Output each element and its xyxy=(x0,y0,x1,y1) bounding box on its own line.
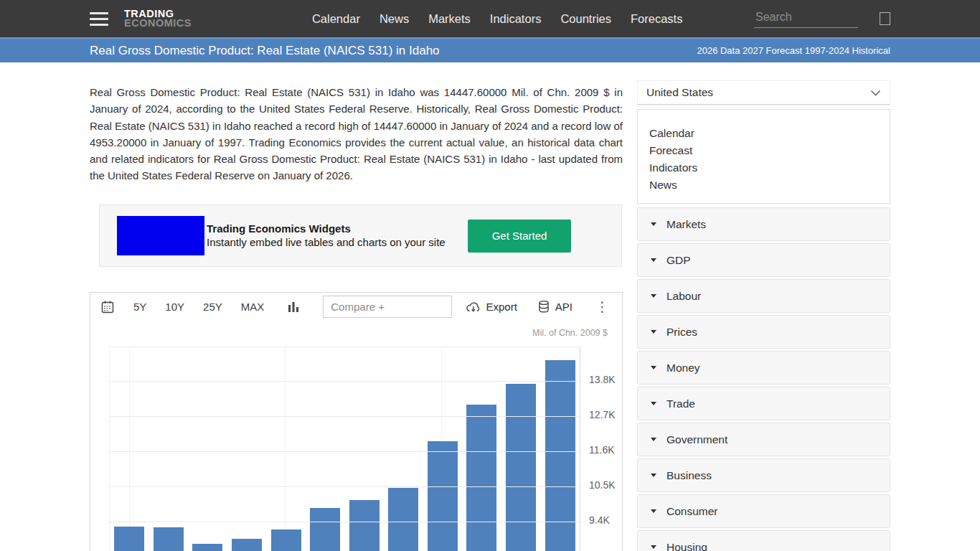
export-cloud-icon xyxy=(466,301,481,314)
accordion-section[interactable]: Consumer xyxy=(637,494,890,528)
bar-chart-type-icon[interactable] xyxy=(287,301,300,314)
accordion-section-label: Consumer xyxy=(666,505,718,518)
chart-bar[interactable] xyxy=(545,360,575,551)
accordion-section-label: Business xyxy=(666,469,712,482)
caret-down-icon xyxy=(651,545,656,549)
widgets-promo-card: Trading Economics Widgets Instantly embe… xyxy=(99,204,622,267)
nav-links: CalendarNewsMarketsIndicatorsCountriesFo… xyxy=(312,12,683,26)
range-button[interactable]: 25Y xyxy=(203,301,222,313)
range-button[interactable]: 10Y xyxy=(165,301,184,313)
get-started-button[interactable]: Get Started xyxy=(468,220,571,253)
search-icon[interactable] xyxy=(880,12,890,25)
export-label: Export xyxy=(486,301,517,313)
main-column: Real Gross Domestic Product: Real Estate… xyxy=(90,62,623,551)
kebab-menu-icon[interactable]: ⋮ xyxy=(593,298,612,315)
accordion-section-label: Trade xyxy=(666,397,695,410)
accordion-section-label: Labour xyxy=(666,290,701,303)
plot-area xyxy=(109,347,580,551)
range-button[interactable]: MAX xyxy=(241,301,265,313)
promo-subtitle: Instantly embed live tables and charts o… xyxy=(207,235,446,249)
chart-bar[interactable] xyxy=(349,500,380,551)
accordion-section-label: Markets xyxy=(666,218,706,231)
chart-bar[interactable] xyxy=(154,527,184,551)
y-axis-tick-label: 13.8K xyxy=(589,374,616,385)
caret-down-icon xyxy=(651,222,656,226)
caret-down-icon xyxy=(651,294,656,298)
accordion-section[interactable]: Government xyxy=(637,423,890,456)
toolbar-right: Export API ⋮ xyxy=(466,298,612,315)
chart-bar[interactable] xyxy=(388,488,418,551)
accordion-section[interactable]: Markets xyxy=(637,207,890,241)
y-axis-tick-label: 9.4K xyxy=(589,514,610,526)
horizontal-gridline xyxy=(110,416,580,417)
api-button[interactable]: API xyxy=(537,300,573,314)
hamburger-menu-icon[interactable] xyxy=(90,12,108,26)
horizontal-gridline xyxy=(110,486,580,487)
sidebar-link[interactable]: Indicators xyxy=(649,159,878,176)
nav-link[interactable]: Countries xyxy=(560,12,611,26)
accordion-section-label: Prices xyxy=(666,326,697,339)
chart-bar[interactable] xyxy=(506,384,536,551)
chart-bar[interactable] xyxy=(192,544,222,551)
accordion-section-label: Housing xyxy=(666,541,707,551)
accordion-section[interactable]: Business xyxy=(637,458,890,492)
promo-title: Trading Economics Widgets xyxy=(207,222,446,235)
chart-bar[interactable] xyxy=(114,527,144,551)
nav-link[interactable]: Forecasts xyxy=(631,12,682,26)
caret-down-icon xyxy=(651,474,656,477)
sidebar-accordion: Markets GDP Labour Prices Money Trade xyxy=(637,207,890,551)
nav-link[interactable]: Markets xyxy=(428,12,471,26)
nav-link[interactable]: Calendar xyxy=(312,12,360,26)
sidebar-link[interactable]: Calendar xyxy=(649,125,878,142)
caret-down-icon xyxy=(651,438,656,441)
range-button[interactable]: 5Y xyxy=(133,301,146,313)
calendar-icon[interactable] xyxy=(100,300,115,314)
logo-line2: ECONOMICS xyxy=(124,19,192,28)
chart-plot-wrap: 13.8K12.7K11.6K10.5K9.4K xyxy=(109,347,622,551)
country-selector[interactable]: United States xyxy=(637,80,890,105)
accordion-section-label: Government xyxy=(666,433,727,446)
y-axis-tick-label: 10.5K xyxy=(589,479,616,491)
sidebar-link[interactable]: Forecast xyxy=(649,142,878,159)
compare-input[interactable] xyxy=(323,296,452,318)
caret-down-icon xyxy=(651,402,656,405)
sidebar: United States CalendarForecastIndicators… xyxy=(637,62,890,551)
country-selector-value: United States xyxy=(646,86,713,99)
summary-paragraph: Real Gross Domestic Product: Real Estate… xyxy=(90,84,623,184)
accordion-section-label: Money xyxy=(666,362,700,375)
chart-bar[interactable] xyxy=(428,441,458,551)
logo[interactable]: TRADING ECONOMICS xyxy=(124,9,192,28)
chart-bar[interactable] xyxy=(271,529,301,551)
y-axis-tick-label: 11.6K xyxy=(589,444,615,456)
accordion-section[interactable]: Labour xyxy=(637,279,890,313)
bars xyxy=(110,347,580,551)
y-axis-labels: 13.8K12.7K11.6K10.5K9.4K xyxy=(589,347,639,551)
page-header-bar: Real Gross Domestic Product: Real Estate… xyxy=(0,37,980,62)
nav-link[interactable]: News xyxy=(380,12,409,26)
page-title: Real Gross Domestic Product: Real Estate… xyxy=(90,44,440,58)
sidebar-link[interactable]: News xyxy=(649,176,878,194)
content: Real Gross Domestic Product: Real Estate… xyxy=(0,62,980,551)
chart-bar[interactable] xyxy=(232,539,262,551)
accordion-section[interactable]: Housing xyxy=(637,530,890,551)
accordion-section[interactable]: Prices xyxy=(637,315,890,349)
horizontal-gridline xyxy=(110,451,580,452)
export-button[interactable]: Export xyxy=(466,301,517,314)
top-navbar: TRADING ECONOMICS CalendarNewsMarketsInd… xyxy=(0,0,980,37)
nav-link[interactable]: Indicators xyxy=(490,12,542,26)
database-icon xyxy=(537,300,550,314)
chart-bar[interactable] xyxy=(310,508,340,551)
sidebar-links-card: CalendarForecastIndicatorsNews xyxy=(637,109,890,204)
promo-text: Trading Economics Widgets Instantly embe… xyxy=(207,222,446,249)
search-input[interactable] xyxy=(754,9,858,28)
search-area xyxy=(754,9,890,28)
chart-bar[interactable] xyxy=(466,405,496,551)
accordion-section-label: GDP xyxy=(666,254,691,267)
horizontal-gridline xyxy=(110,522,580,522)
horizontal-gridline xyxy=(110,381,580,382)
accordion-section[interactable]: Trade xyxy=(637,387,890,420)
accordion-section[interactable]: Money xyxy=(637,351,890,385)
header-meta: 2026 Data 2027 Forecast 1997-2024 Histor… xyxy=(697,45,890,56)
caret-down-icon xyxy=(651,330,656,334)
accordion-section[interactable]: GDP xyxy=(637,243,890,277)
